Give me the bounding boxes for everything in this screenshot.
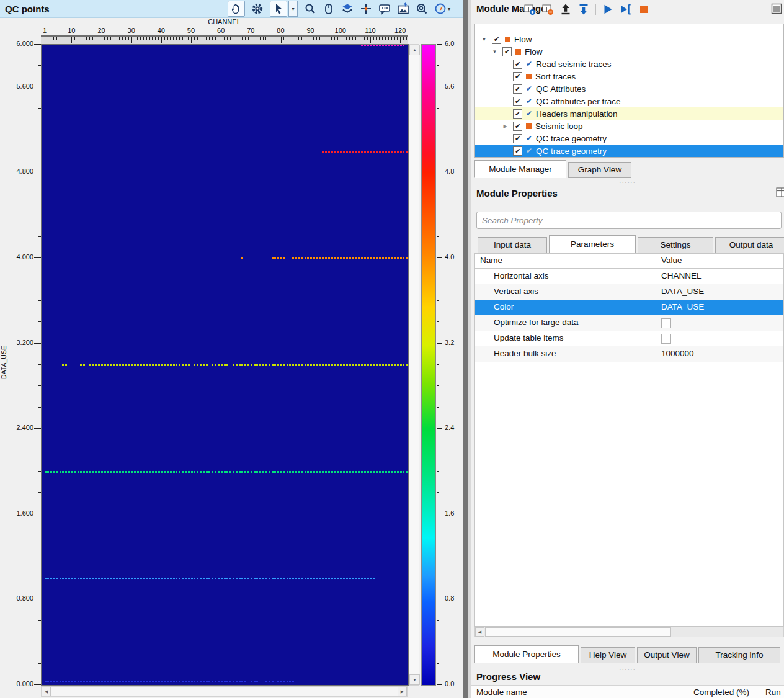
tree-item-seismic-loop[interactable]: ▶✔Seismic loop: [475, 120, 783, 132]
tree-item-label: QC attributes per trace: [536, 97, 621, 106]
comment-bubble-icon[interactable]: [378, 2, 391, 15]
compass-dropdown-icon[interactable]: ▾: [448, 6, 455, 12]
tree-item-flow[interactable]: ▼✔Flow: [475, 45, 783, 58]
data-point: [394, 257, 396, 259]
data-point: [128, 578, 130, 579]
scroll-up-arrow-icon[interactable]: ▲: [409, 45, 420, 55]
data-point: [292, 257, 294, 259]
tree-item-qc-trace-geometry[interactable]: ✔✔QC trace geometry: [475, 132, 783, 145]
tab-output-view[interactable]: Output View: [637, 647, 697, 663]
property-row-optimize-for-large-data[interactable]: Optimize for large data: [475, 315, 783, 331]
tree-item-qc-trace-geometry[interactable]: ✔✔QC trace geometry: [475, 145, 783, 157]
settings-gear-icon[interactable]: [251, 2, 264, 15]
tree-item-flow[interactable]: ▼✔Flow: [475, 33, 783, 45]
splitter-dots-handle[interactable]: ......: [471, 665, 784, 671]
checkbox[interactable]: ✔: [513, 146, 522, 156]
checkbox[interactable]: ✔: [513, 134, 522, 143]
select-arrow-dropdown-icon[interactable]: ▾: [288, 1, 298, 17]
data-point: [262, 471, 264, 473]
tab-module-properties[interactable]: Module Properties: [474, 645, 579, 663]
colorbar-tick: [437, 151, 439, 151]
tree-item-read-seismic-traces[interactable]: ✔✔Read seismic traces: [475, 58, 783, 70]
x-tick: [281, 37, 282, 43]
tree-item-qc-attributes[interactable]: ✔✔QC Attributes: [475, 83, 783, 95]
select-arrow-icon[interactable]: [270, 1, 287, 17]
tab-module-manager[interactable]: Module Manager: [474, 160, 566, 178]
property-row-color[interactable]: ColorDATA_USE: [475, 300, 783, 315]
plot-horizontal-scrollbar[interactable]: ◀ ▶: [41, 686, 408, 697]
list-view-icon[interactable]: [770, 2, 783, 15]
tab-help-view[interactable]: Help View: [581, 647, 635, 663]
tree-item-sort-traces[interactable]: ✔Sort traces: [475, 70, 783, 83]
tab-output-data[interactable]: Output data: [715, 237, 784, 253]
pan-hand-icon[interactable]: [228, 1, 245, 17]
remove-module-icon[interactable]: [541, 3, 554, 16]
column-header-module-name[interactable]: Module name: [476, 687, 527, 697]
data-point: [337, 257, 339, 259]
x-tick: [359, 37, 359, 40]
mouse-icon[interactable]: [323, 2, 335, 15]
add-module-icon[interactable]: [523, 3, 536, 16]
tab-input-data[interactable]: Input data: [478, 237, 547, 253]
tab-tracking-info[interactable]: Tracking info: [698, 647, 780, 663]
property-row-header-bulk-size[interactable]: Header bulk size1000000: [475, 346, 783, 362]
y-tick: [34, 428, 41, 429]
checkbox[interactable]: ✔: [513, 109, 522, 119]
tree-item-qc-attributes-per-trace[interactable]: ✔✔QC attributes per trace: [475, 95, 783, 107]
property-row-horizontal-axis[interactable]: Horizontal axisCHANNEL: [475, 269, 783, 284]
column-header-name[interactable]: Name: [480, 256, 502, 265]
run-to-module-icon[interactable]: [620, 3, 632, 16]
column-header-completed[interactable]: Completed (%): [693, 687, 749, 697]
expander-expanded-icon[interactable]: ▼: [491, 49, 499, 55]
tab-settings[interactable]: Settings: [638, 237, 713, 253]
x-tick: [146, 37, 147, 40]
panel-splitter[interactable]: [463, 0, 468, 698]
run-play-icon[interactable]: [602, 3, 614, 16]
properties-grid-icon[interactable]: [775, 186, 784, 199]
scrollbar-thumb[interactable]: [485, 627, 671, 637]
x-tick: [53, 37, 54, 40]
plot-vertical-scrollbar[interactable]: ▲ ▼: [409, 44, 419, 686]
value-checkbox[interactable]: [661, 318, 671, 328]
value-checkbox[interactable]: [661, 334, 671, 344]
x-tick: [275, 37, 275, 40]
tab-graph-view[interactable]: Graph View: [568, 162, 631, 178]
x-tick: [86, 37, 87, 40]
layers-icon[interactable]: [341, 2, 354, 15]
scroll-right-arrow-icon[interactable]: ▶: [398, 687, 407, 696]
move-down-icon[interactable]: [577, 3, 590, 16]
checkbox[interactable]: ✔: [513, 97, 522, 106]
column-header-value[interactable]: Value: [661, 256, 682, 265]
expander-expanded-icon[interactable]: ▼: [480, 37, 488, 42]
move-up-icon[interactable]: [559, 3, 572, 16]
expander-collapsed-icon[interactable]: ▶: [501, 123, 509, 129]
property-row-vertical-axis[interactable]: Vertical axisDATA_USE: [475, 284, 783, 300]
checkbox[interactable]: ✔: [492, 35, 501, 44]
scatter-plot-area[interactable]: [41, 44, 409, 686]
checkbox[interactable]: ✔: [502, 47, 512, 56]
export-image-icon[interactable]: [397, 2, 409, 15]
zoom-magnifier-icon[interactable]: [304, 2, 316, 15]
qc-points-titlebar: QC points ▾▾: [0, 0, 463, 18]
module-manager-toolbar: [523, 2, 650, 17]
data-point: [373, 578, 375, 579]
move-crosshair-icon[interactable]: [360, 2, 372, 15]
checkbox[interactable]: ✔: [513, 60, 522, 69]
scroll-left-arrow-icon[interactable]: ◀: [42, 687, 51, 696]
splitter-dots-handle[interactable]: ......: [471, 178, 784, 184]
tab-parameters[interactable]: Parameters: [549, 235, 636, 253]
column-header-run-time[interactable]: Run t: [765, 687, 784, 698]
area-zoom-loupe-icon[interactable]: [416, 2, 428, 15]
data-point: [182, 578, 184, 579]
stop-icon[interactable]: [638, 3, 650, 16]
x-tick: [194, 37, 195, 40]
checkbox[interactable]: ✔: [513, 84, 522, 94]
search-property-input[interactable]: [476, 212, 782, 229]
property-row-update-table-items[interactable]: Update table items: [475, 331, 783, 346]
tree-item-headers-manipulation[interactable]: ✔✔Headers manipulation: [475, 107, 783, 120]
scroll-left-arrow-icon[interactable]: ◀: [475, 627, 484, 637]
checkbox[interactable]: ✔: [513, 122, 522, 131]
checkbox[interactable]: ✔: [513, 72, 522, 81]
properties-horizontal-scrollbar[interactable]: ◀: [474, 627, 784, 637]
scroll-down-arrow-icon[interactable]: ▼: [409, 674, 420, 685]
